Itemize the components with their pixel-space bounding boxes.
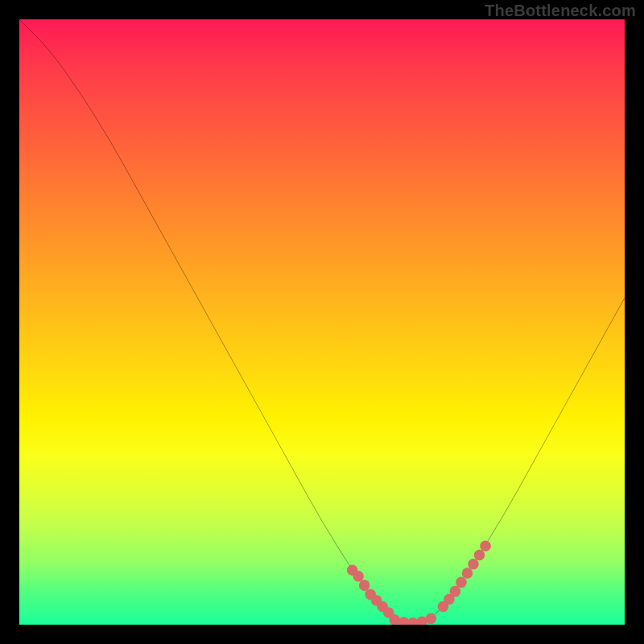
marker-dot	[353, 571, 364, 582]
chart-svg	[19, 19, 625, 625]
marker-dot	[426, 613, 437, 625]
marker-cluster-right	[438, 540, 491, 612]
marker-cluster-bottom	[389, 613, 436, 625]
bottleneck-curve	[19, 19, 625, 625]
plot-area	[19, 19, 625, 625]
marker-dot	[480, 540, 491, 551]
marker-dot	[456, 577, 467, 588]
marker-dot	[359, 580, 370, 591]
marker-dot	[450, 586, 461, 597]
marker-dot	[468, 559, 479, 570]
marker-dot	[462, 568, 473, 579]
marker-cluster-left	[347, 565, 394, 618]
watermark-text: TheBottleneck.com	[485, 2, 636, 20]
chart-frame: TheBottleneck.com	[0, 0, 644, 644]
curve-layer	[19, 19, 625, 625]
marker-dot	[474, 550, 485, 561]
